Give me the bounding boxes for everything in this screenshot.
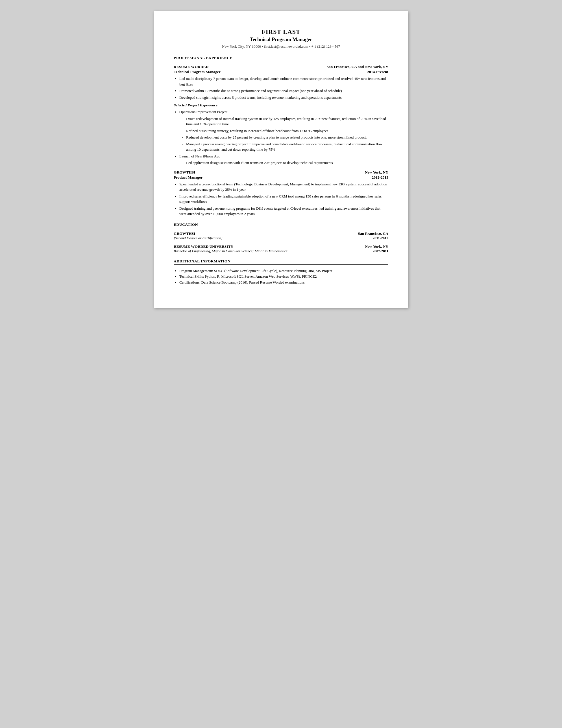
edu-growthsi: GROWTHSI San Francisco, CA [Second Degre…: [174, 231, 388, 240]
bullet-item: Promoted within 12 months due to strong …: [179, 88, 388, 94]
iphone-sub-bullets: Led application design sessions with cli…: [182, 160, 388, 166]
edu-degree-rwu: Bachelor of Engineering, Major in Comput…: [174, 249, 288, 253]
sub-bullet-item: Led application design sessions with cli…: [182, 160, 388, 166]
edu-school-rwu: RESUME WORDED UNIVERSITY: [174, 244, 233, 249]
sub-bullet-item: Reduced development costs by 25 percent …: [182, 135, 388, 140]
job-location-growthsi: New York, NY: [365, 170, 388, 175]
additional-item: Technical Skills: Python, R, Microsoft S…: [179, 274, 388, 280]
sub-bullet-item: Refined outsourcing strategy, resulting …: [182, 128, 388, 134]
professional-experience-heading: PROFESSIONAL EXPERIENCE: [174, 56, 388, 61]
additional-item: Program Management: SDLC (Software Devel…: [179, 268, 388, 274]
bullet-item: Designed training and peer-mentoring pro…: [179, 206, 388, 217]
resume-header: FIRST LAST Technical Program Manager New…: [174, 28, 388, 49]
job-header-resume-worded: RESUME WORDED San Francisco, CA and New …: [174, 65, 388, 69]
company-name-growthsi: GROWTHSI: [174, 170, 195, 175]
job-dates-resume-worded: 2014-Present: [367, 70, 388, 74]
job-growthsi: GROWTHSI New York, NY Product Manager 20…: [174, 170, 388, 217]
edu-header-growthsi: GROWTHSI San Francisco, CA: [174, 231, 388, 236]
sub-bullet-item: Managed a process re-engineering project…: [182, 141, 388, 152]
additional-information-section: ADDITIONAL INFORMATION Program Managemen…: [174, 259, 388, 286]
job-bullets-growthsi: Spearheaded a cross-functional team (Tec…: [179, 181, 388, 217]
edu-school-growthsi: GROWTHSI: [174, 231, 195, 236]
candidate-contact: New York City, NY 10000 • first.last@res…: [174, 44, 388, 49]
candidate-title: Technical Program Manager: [174, 37, 388, 43]
additional-info-list: Program Management: SDLC (Software Devel…: [179, 268, 388, 286]
job-bullets-resume-worded: Led multi-disciplinary 7 person team to …: [179, 76, 388, 100]
project-item-iphone: Launch of New iPhone App: [179, 154, 388, 159]
bullet-item: Developed strategic insights across 5 pr…: [179, 95, 388, 100]
job-title-row-resume-worded: Technical Program Manager 2014-Present: [174, 70, 388, 74]
job-title-resume-worded: Technical Program Manager: [174, 70, 220, 74]
job-title-row-growthsi: Product Manager 2012-2013: [174, 175, 388, 180]
bullet-item: Improved sales efficiency by leading sus…: [179, 194, 388, 205]
additional-item: Certifications: Data Science Bootcamp (2…: [179, 280, 388, 286]
additional-information-heading: ADDITIONAL INFORMATION: [174, 259, 388, 265]
job-header-growthsi: GROWTHSI New York, NY: [174, 170, 388, 175]
edu-dates-growthsi: 2011-2012: [373, 236, 388, 240]
edu-location-rwu: New York, NY: [365, 244, 388, 249]
bullet-item: Spearheaded a cross-functional team (Tec…: [179, 181, 388, 192]
edu-header-rwu: RESUME WORDED UNIVERSITY New York, NY: [174, 244, 388, 249]
job-resume-worded: RESUME WORDED San Francisco, CA and New …: [174, 65, 388, 166]
project-item-operations: Operations Improvement Project: [179, 109, 388, 115]
bullet-item: Led multi-disciplinary 7 person team to …: [179, 76, 388, 87]
edu-degree-growthsi: [Second Degree or Certification]: [174, 236, 222, 240]
edu-location-growthsi: San Francisco, CA: [358, 231, 388, 236]
edu-dates-rwu: 2007-2011: [373, 249, 388, 253]
job-dates-growthsi: 2012-2013: [372, 175, 389, 180]
edu-resume-worded-university: RESUME WORDED UNIVERSITY New York, NY Ba…: [174, 244, 388, 253]
selected-project-experience-label: Selected Project Experience: [174, 103, 388, 108]
sub-bullet-item: Drove redevelopment of internal tracking…: [182, 116, 388, 127]
operations-sub-bullets: Drove redevelopment of internal tracking…: [182, 116, 388, 152]
job-title-growthsi: Product Manager: [174, 175, 202, 180]
education-section: EDUCATION GROWTHSI San Francisco, CA [Se…: [174, 222, 388, 253]
project-list: Operations Improvement Project: [179, 109, 388, 115]
job-location-resume-worded: San Francisco, CA and New York, NY: [327, 65, 388, 69]
edu-degree-row-rwu: Bachelor of Engineering, Major in Comput…: [174, 249, 388, 253]
resume-document: FIRST LAST Technical Program Manager New…: [154, 11, 408, 308]
education-heading: EDUCATION: [174, 222, 388, 228]
professional-experience-section: PROFESSIONAL EXPERIENCE RESUME WORDED Sa…: [174, 56, 388, 217]
company-name-resume-worded: RESUME WORDED: [174, 65, 208, 69]
project-list-iphone: Launch of New iPhone App: [179, 154, 388, 159]
candidate-name: FIRST LAST: [174, 28, 388, 36]
edu-degree-row-growthsi: [Second Degree or Certification] 2011-20…: [174, 236, 388, 240]
